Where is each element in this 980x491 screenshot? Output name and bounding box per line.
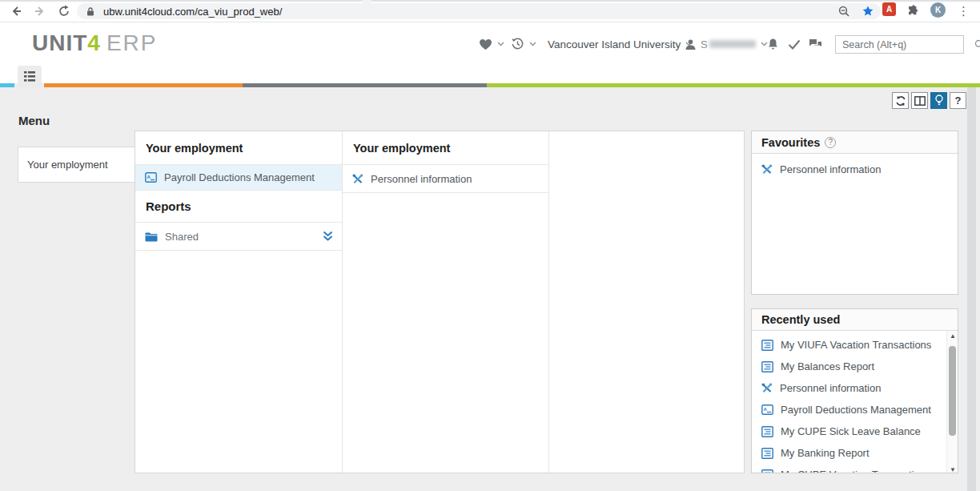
favourite-item-label: Personnel information (780, 163, 881, 175)
menu-item-label: Payroll Deductions Management (164, 171, 315, 183)
browser-forward-icon[interactable] (32, 3, 48, 19)
menu-item-shared[interactable]: Shared (135, 223, 342, 251)
help-button[interactable]: ? (950, 92, 966, 109)
search-icon[interactable] (974, 39, 980, 50)
expand-double-chevron-icon[interactable] (322, 231, 334, 242)
folder-icon (145, 231, 158, 242)
menu-list-icon (24, 71, 35, 82)
scroll-up-icon[interactable]: ▲ (947, 331, 958, 340)
address-bar[interactable]: ubw.unit4cloud.com/ca_viu_prod_web/ (77, 3, 881, 19)
report-icon (761, 340, 773, 351)
company-selector[interactable]: Vancouver Island University (548, 22, 693, 66)
recently-used-item-label: My CUPE Vacation Transactions (781, 469, 931, 473)
form-icon: A (761, 404, 773, 415)
history-menu-button[interactable] (511, 22, 536, 66)
user-name-prefix: S (701, 38, 708, 50)
tips-lightbulb-button[interactable] (930, 92, 947, 109)
recently-used-list: My VIUFA Vacation TransactionsMy Balance… (752, 331, 948, 473)
extensions-puzzle-icon[interactable] (906, 4, 920, 18)
app-header: UNIT4ERP Vancouver Island University (0, 22, 980, 66)
tools-icon (761, 164, 773, 175)
sidebar-item-label: Your employment (27, 159, 108, 171)
browser-reload-icon[interactable] (56, 3, 72, 19)
checkmark-icon (788, 39, 801, 50)
chat-icon (809, 38, 822, 50)
section-header-your-employment: Your employment (343, 131, 548, 165)
report-icon (761, 361, 773, 372)
menu-item-personnel-information[interactable]: Personnel information (343, 165, 548, 193)
url-text[interactable]: ubw.unit4cloud.com/ca_viu_prod_web/ (103, 6, 282, 18)
menu-column-2: Your employment Personnel information (343, 131, 549, 473)
bell-icon (767, 38, 779, 50)
refresh-button[interactable] (892, 92, 909, 109)
browser-avatar[interactable]: K (930, 2, 946, 18)
section-header-your-employment: Your employment (135, 131, 342, 165)
recently-used-item-label: Personnel information (780, 382, 881, 394)
search-input[interactable] (836, 39, 974, 50)
lock-icon[interactable] (86, 6, 95, 17)
browser-chrome: ubw.unit4cloud.com/ca_viu_prod_web/ A K … (0, 0, 980, 22)
app-window: ubw.unit4cloud.com/ca_viu_prod_web/ A K … (0, 0, 980, 491)
logo-erp: ERP (106, 30, 158, 55)
main-menu-tab[interactable] (18, 66, 42, 87)
recently-used-item[interactable]: My Banking Report (752, 442, 948, 464)
browser-menu-icon[interactable]: ⋮ (958, 4, 970, 18)
recently-used-item-label: My CUPE Sick Leave Balance (781, 425, 921, 437)
recently-used-title: Recently used (761, 313, 840, 326)
scrollbar-thumb[interactable] (949, 346, 956, 436)
svg-text:A: A (764, 407, 768, 412)
recently-used-item[interactable]: APayroll Deductions Management (752, 399, 948, 421)
recently-used-item[interactable]: Personnel information (752, 377, 948, 399)
tools-icon (761, 383, 773, 393)
sidebar-item-your-employment[interactable]: Your employment (18, 147, 135, 183)
view-actions: ? (892, 92, 966, 109)
recently-used-item-label: My Banking Report (781, 447, 870, 459)
recently-used-item-label: My VIUFA Vacation Transactions (781, 339, 931, 351)
favourites-panel: Favourites ? Personnel information (751, 131, 958, 295)
recently-used-item[interactable]: My CUPE Sick Leave Balance (752, 421, 948, 442)
form-screen-icon: A (145, 172, 157, 183)
section-header-reports: Reports (135, 191, 342, 223)
favourites-menu-button[interactable] (479, 22, 504, 66)
recently-used-item[interactable]: My VIUFA Vacation Transactions (752, 334, 948, 356)
user-menu-button[interactable]: S (685, 22, 768, 66)
zoom-page-icon[interactable] (838, 6, 850, 18)
browser-back-icon[interactable] (8, 3, 24, 19)
favourites-list: Personnel information (752, 154, 958, 180)
recently-used-item[interactable]: My CUPE Vacation Transactions (752, 464, 948, 473)
favourites-title: Favourites (761, 136, 820, 149)
pdf-extension-icon[interactable]: A (882, 2, 896, 16)
company-name: Vancouver Island University (548, 38, 681, 50)
chevron-down-icon (497, 42, 504, 46)
recently-used-header: Recently used (752, 309, 958, 331)
split-view-button[interactable] (911, 92, 928, 109)
logo-unit: UNIT (32, 30, 87, 55)
tools-icon (352, 174, 363, 184)
favourites-header: Favourites ? (752, 131, 958, 154)
history-icon (511, 38, 524, 50)
svg-text:A: A (147, 175, 151, 179)
favourite-item[interactable]: Personnel information (752, 159, 958, 180)
help-glyph: ? (955, 95, 962, 107)
notifications-button[interactable] (767, 22, 779, 66)
menu-item-label: Personnel information (371, 173, 472, 185)
help-circle-icon[interactable]: ? (825, 137, 836, 148)
scroll-down-icon[interactable]: ▼ (947, 465, 958, 473)
tab-strip (0, 0, 980, 2)
recently-used-panel: Recently used My VIUFA Vacation Transact… (751, 308, 958, 473)
recently-used-item[interactable]: My Balances Report (752, 356, 948, 377)
recently-used-item-label: My Balances Report (781, 360, 874, 372)
menu-panel: Your employment A Payroll Deductions Man… (135, 131, 745, 473)
menu-item-label: Shared (165, 231, 199, 243)
user-icon (685, 38, 697, 50)
bookmark-star-icon[interactable] (862, 5, 874, 18)
report-icon (761, 448, 773, 459)
global-search[interactable] (835, 35, 964, 54)
menu-item-payroll-deductions[interactable]: A Payroll Deductions Management (135, 165, 342, 191)
tasks-button[interactable] (788, 22, 801, 66)
list-scrollbar[interactable]: ▲ ▼ (946, 331, 958, 473)
messages-button[interactable] (809, 22, 822, 66)
report-icon (761, 469, 773, 474)
chevron-down-icon (529, 42, 536, 46)
page-scrollbar[interactable] (967, 87, 976, 491)
